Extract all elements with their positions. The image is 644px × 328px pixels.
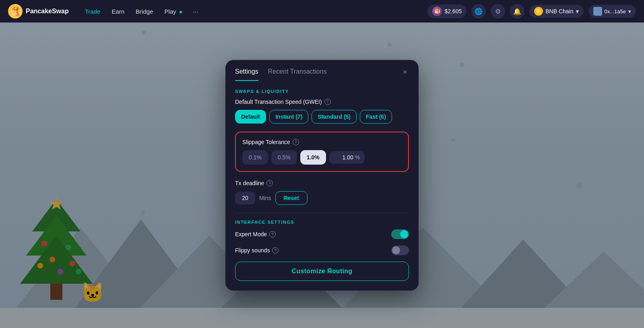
slippage-box: Slippage Tolerance ? 0.1% 0.5% 1.0% % <box>235 132 409 172</box>
navbar: 🥞 PancakeSwap Trade Earn Bridge Play ···… <box>0 0 644 23</box>
slippage-custom-input-group: % <box>329 151 365 164</box>
deadline-unit: Mins <box>259 195 271 201</box>
flippy-sounds-label: Flippy sounds ? <box>235 247 279 254</box>
nav-more[interactable]: ··· <box>193 8 198 15</box>
bnb-icon: 🟡 <box>534 7 543 16</box>
expert-mode-help-icon[interactable]: ? <box>269 231 276 237</box>
expert-mode-label: Expert Mode ? <box>235 231 276 237</box>
tab-recent-transactions[interactable]: Recent Transactions <box>268 68 327 81</box>
modal-overlay: Settings Recent Transactions × SWAPS & L… <box>0 23 644 328</box>
reset-deadline-btn[interactable]: Reset <box>275 191 308 205</box>
tab-settings[interactable]: Settings <box>235 68 258 81</box>
expert-mode-row: Expert Mode ? <box>235 229 409 239</box>
chain-selector[interactable]: 🟡 BNB Chain ▾ <box>529 5 583 18</box>
tx-deadline-row: 20 Mins Reset <box>235 191 409 205</box>
wallet-address: 0x...1a5e <box>605 8 626 14</box>
chain-chevron-icon: ▾ <box>576 8 579 14</box>
interface-section-label: INTERFACE SETTINGS <box>235 220 409 225</box>
nav-play[interactable]: Play <box>164 8 182 15</box>
slippage-help-icon[interactable]: ? <box>293 139 299 145</box>
wallet-icon <box>593 7 602 16</box>
slippage-custom-input[interactable] <box>334 154 353 161</box>
navbar-right: 🥞 $2.605 🌐 ⚙ 🔔 🟡 BNB Chain ▾ 0x...1a5e ▾ <box>427 4 636 19</box>
wallet-button[interactable]: 0x...1a5e ▾ <box>588 5 636 18</box>
flippy-sounds-help-icon[interactable]: ? <box>272 247 279 254</box>
notification-icon[interactable]: 🔔 <box>510 4 524 19</box>
speed-fast-btn[interactable]: Fast (6) <box>360 110 392 124</box>
deadline-value[interactable]: 20 <box>235 192 255 204</box>
globe-icon[interactable]: 🌐 <box>471 4 486 19</box>
flippy-sounds-toggle[interactable] <box>391 245 409 255</box>
swaps-section-label: SWAPS & LIQUIDITY <box>235 89 409 94</box>
customize-routing-btn[interactable]: Customize Routing <box>235 262 409 281</box>
speed-default-btn[interactable]: Default <box>235 110 266 124</box>
modal-body: SWAPS & LIQUIDITY Default Transaction Sp… <box>225 81 419 291</box>
settings-icon[interactable]: ⚙ <box>491 4 505 19</box>
nav-bridge[interactable]: Bridge <box>136 8 153 15</box>
slippage-10-btn[interactable]: 1.0% <box>300 150 326 165</box>
logo-text: PancakeSwap <box>26 8 69 15</box>
slippage-01-btn[interactable]: 0.1% <box>242 150 268 165</box>
modal-header: Settings Recent Transactions × <box>225 60 419 81</box>
chain-label: BNB Chain <box>545 8 573 14</box>
close-button[interactable]: × <box>399 66 411 78</box>
logo[interactable]: 🥞 PancakeSwap <box>8 4 69 19</box>
tx-deadline-field-label: Tx deadline ? <box>235 180 409 186</box>
speed-field-label: Default Transaction Speed (GWEI) ? <box>235 99 409 105</box>
nav-links: Trade Earn Bridge Play ··· <box>85 8 198 15</box>
tx-deadline-help-icon[interactable]: ? <box>266 180 273 186</box>
slippage-field-label: Slippage Tolerance ? <box>242 139 402 145</box>
cake-icon: 🥞 <box>432 6 442 16</box>
slippage-options: 0.1% 0.5% 1.0% % <box>242 150 402 165</box>
nav-trade[interactable]: Trade <box>85 8 101 15</box>
wallet-chevron-icon: ▾ <box>628 8 631 14</box>
expert-mode-toggle[interactable] <box>391 229 409 239</box>
speed-btn-group: Default Instant (7) Standard (5) Fast (6… <box>235 110 409 124</box>
settings-modal: Settings Recent Transactions × SWAPS & L… <box>225 60 419 291</box>
nav-earn[interactable]: Earn <box>111 8 124 15</box>
speed-help-icon[interactable]: ? <box>324 99 331 105</box>
speed-instant-btn[interactable]: Instant (7) <box>269 110 308 124</box>
divider <box>235 213 409 213</box>
play-dot <box>180 11 182 13</box>
flippy-sounds-knob <box>392 246 400 254</box>
flippy-sounds-row: Flippy sounds ? <box>235 245 409 255</box>
price-value: $2.605 <box>444 8 462 14</box>
slippage-pct-label: % <box>355 154 360 161</box>
slippage-05-btn[interactable]: 0.5% <box>271 150 297 165</box>
speed-standard-btn[interactable]: Standard (5) <box>312 110 357 124</box>
price-badge[interactable]: 🥞 $2.605 <box>427 4 466 18</box>
logo-icon: 🥞 <box>8 4 23 19</box>
expert-mode-knob <box>400 230 408 238</box>
